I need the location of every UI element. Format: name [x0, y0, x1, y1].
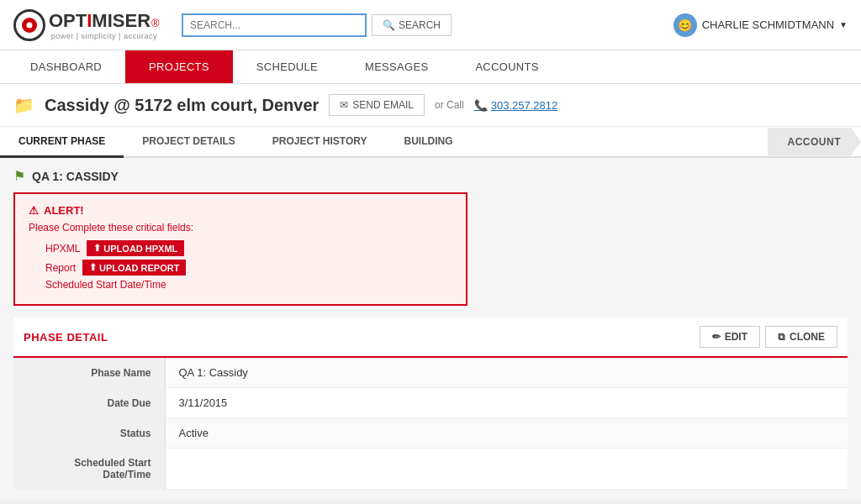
search-icon: 🔍	[383, 19, 395, 31]
header: OPT I MISER ® power | simplicity | accur…	[0, 0, 861, 50]
field-label-phase-name: Phase Name	[13, 358, 165, 388]
user-name: CHARLIE SCHMIDTMANN	[702, 18, 834, 31]
tab-project-details[interactable]: PROJECT DETAILS	[124, 127, 253, 158]
alert-subtitle: Please Complete these critical fields:	[29, 222, 452, 234]
nav-projects[interactable]: PROJECTS	[125, 50, 233, 83]
tab-account-arrow[interactable]: ACCOUNT	[768, 128, 862, 156]
search-button[interactable]: 🔍 SEARCH	[372, 14, 452, 36]
upload-hpxml-button[interactable]: ⬆ UPLOAD HPXML	[87, 240, 184, 256]
field-label-scheduled: Scheduled Start Date/Time	[13, 449, 165, 490]
logo-reg: ®	[151, 17, 160, 29]
logo-area: OPT I MISER ® power | simplicity | accur…	[13, 9, 165, 41]
send-email-label: SEND EMAIL	[352, 99, 414, 111]
phase-detail-header: PHASE DETAIL ✏ EDIT ⧉ CLONE	[13, 318, 848, 358]
or-call-text: or Call	[435, 99, 464, 111]
alert-box: ⚠ ALERT! Please Complete these critical …	[13, 192, 467, 306]
table-row: Scheduled Start Date/Time	[13, 449, 848, 490]
alert-report-label: Report	[45, 262, 76, 274]
field-value-date-due: 3/11/2015	[165, 388, 848, 418]
edit-icon: ✏	[712, 331, 721, 343]
phase-detail-table: Phase Name QA 1: Cassidy Date Due 3/11/2…	[13, 358, 848, 490]
send-icon: ✉	[340, 99, 348, 111]
content-area: ⚑ QA 1: CASSIDY ⚠ ALERT! Please Complete…	[0, 158, 861, 500]
user-avatar: 😊	[673, 13, 697, 37]
user-dropdown-arrow[interactable]: ▼	[839, 20, 848, 29]
logo-text-area: OPT I MISER ® power | simplicity | accur…	[49, 10, 160, 40]
logo-miser: MISER	[92, 10, 151, 32]
table-row: Status Active	[13, 418, 848, 449]
folder-icon: 📁	[13, 95, 34, 115]
alert-scheduled-label: Scheduled Start Date/Time	[45, 279, 166, 291]
field-label-status: Status	[13, 418, 165, 449]
user-area: 😊 CHARLIE SCHMIDTMANN ▼	[673, 13, 848, 37]
phase-flag-label: QA 1: CASSIDY	[32, 170, 119, 183]
alert-field-scheduled: Scheduled Start Date/Time	[45, 279, 452, 291]
tab-building[interactable]: BUILDING	[386, 127, 472, 158]
alert-list: HPXML ⬆ UPLOAD HPXML Report ⬆ UPLOAD REP…	[29, 240, 452, 291]
logo-icon	[13, 9, 45, 41]
alert-hpxml-label: HPXML	[45, 243, 80, 255]
phone-link[interactable]: 📞 303.257.2812	[474, 99, 558, 112]
clone-button[interactable]: ⧉ CLONE	[765, 326, 837, 348]
clone-icon: ⧉	[778, 331, 785, 343]
nav-messages[interactable]: MESSAGES	[341, 50, 452, 83]
clone-label: CLONE	[790, 331, 825, 343]
alert-icon: ⚠	[29, 204, 39, 217]
logo-tagline: power | simplicity | accuracy	[49, 32, 160, 40]
nav-bar: DASHBOARD PROJECTS SCHEDULE MESSAGES ACC…	[0, 50, 861, 84]
flag-icon: ⚑	[13, 168, 25, 184]
nav-accounts[interactable]: ACCOUNTS	[452, 50, 562, 83]
project-header: 📁 Cassidy @ 5172 elm court, Denver ✉ SEN…	[0, 84, 861, 127]
tab-project-history[interactable]: PROJECT HISTORY	[254, 127, 386, 158]
upload-report-label: UPLOAD REPORT	[99, 263, 179, 273]
project-title: Cassidy @ 5172 elm court, Denver	[45, 96, 319, 115]
phase-detail-title: PHASE DETAIL	[24, 331, 108, 344]
field-value-status: Active	[165, 418, 848, 449]
phase-flag: ⚑ QA 1: CASSIDY	[13, 168, 848, 184]
tab-current-phase[interactable]: CURRENT PHASE	[0, 127, 124, 158]
search-area: 🔍 SEARCH	[182, 13, 518, 37]
phone-number: 303.257.2812	[491, 99, 558, 112]
alert-title: ⚠ ALERT!	[29, 204, 452, 217]
tabs-bar: CURRENT PHASE PROJECT DETAILS PROJECT HI…	[0, 127, 861, 158]
send-email-button[interactable]: ✉ SEND EMAIL	[329, 94, 425, 116]
search-input[interactable]	[182, 13, 367, 37]
field-value-scheduled	[165, 449, 848, 490]
table-row: Date Due 3/11/2015	[13, 388, 848, 418]
alert-field-hpxml: HPXML ⬆ UPLOAD HPXML	[45, 240, 452, 256]
search-button-label: SEARCH	[399, 19, 441, 31]
phone-icon: 📞	[474, 99, 488, 112]
detail-actions: ✏ EDIT ⧉ CLONE	[700, 326, 837, 348]
logo-opt: OPT	[49, 10, 87, 32]
nav-dashboard[interactable]: DASHBOARD	[7, 50, 125, 83]
alert-title-text: ALERT!	[44, 204, 84, 217]
nav-schedule[interactable]: SCHEDULE	[233, 50, 341, 83]
table-row: Phase Name QA 1: Cassidy	[13, 358, 848, 388]
edit-label: EDIT	[725, 331, 747, 343]
upload-hpxml-label: UPLOAD HPXML	[103, 244, 177, 254]
upload-icon-hpxml: ⬆	[93, 243, 101, 254]
alert-field-report: Report ⬆ UPLOAD REPORT	[45, 260, 452, 276]
field-label-date-due: Date Due	[13, 388, 165, 418]
upload-report-button[interactable]: ⬆ UPLOAD REPORT	[82, 260, 186, 276]
upload-icon-report: ⬆	[89, 262, 97, 273]
edit-button[interactable]: ✏ EDIT	[700, 326, 760, 348]
field-value-phase-name: QA 1: Cassidy	[165, 358, 848, 388]
